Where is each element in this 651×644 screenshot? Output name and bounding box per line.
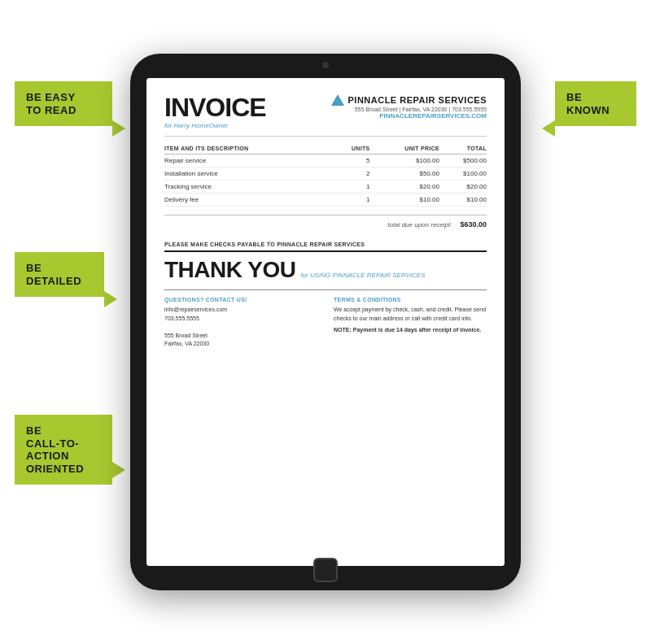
invoice-paper: INVOICE for Harry HomeOwner PINNACLE REP…: [146, 78, 505, 566]
item-unit-price: $10.00: [369, 194, 439, 207]
col-units: UNITS: [333, 143, 369, 154]
arrow-detailed: [104, 291, 117, 307]
item-units: 1: [333, 181, 369, 194]
total-label: total due upon receipt:: [387, 221, 452, 228]
contact-heading: QUESTIONS? CONTACT US!: [164, 297, 317, 302]
label-be-detailed: BEDETAILED: [15, 252, 104, 297]
tablet-camera: [322, 62, 329, 68]
invoice-title-block: INVOICE for Harry HomeOwner: [164, 94, 266, 129]
item-units: 1: [333, 194, 369, 207]
company-name: PINNACLE REPAIR SERVICES: [347, 95, 487, 105]
company-triangle-icon: [331, 94, 344, 106]
item-unit-price: $20.00: [369, 181, 439, 194]
label-be-known: BEKNOWN: [555, 81, 636, 126]
item-total: $100.00: [439, 168, 487, 181]
company-info: PINNACLE REPAIR SERVICES 555 Broad Stree…: [331, 94, 487, 120]
col-total: TOTAL: [439, 143, 487, 154]
table-row: Delivery fee 1 $10.00 $10.00: [164, 194, 487, 207]
table-header-row: ITEM AND ITS DESCRIPTION UNITS UNIT PRIC…: [164, 143, 487, 154]
terms-note: NOTE: Payment is due 14 days after recei…: [334, 326, 487, 335]
item-total: $10.00: [439, 194, 487, 207]
item-total: $20.00: [439, 181, 487, 194]
checks-line: PLEASE MAKE CHECKS PAYABLE to PINNACLE R…: [164, 242, 487, 247]
invoice-total-row: total due upon receipt: $630.00: [164, 215, 487, 228]
table-row: Repair service 5 $100.00 $500.00: [164, 154, 487, 168]
divider-3: [164, 289, 487, 290]
table-row: Tracking service 1 $20.00 $20.00: [164, 181, 487, 194]
item-name: Repair service: [164, 154, 333, 168]
invoice-header: INVOICE for Harry HomeOwner PINNACLE REP…: [164, 94, 487, 129]
terms-text: We accept payment by check, cash, and cr…: [334, 306, 487, 335]
tablet: INVOICE for Harry HomeOwner PINNACLE REP…: [130, 54, 521, 590]
label-be-cta: BECALL-TO-ACTIONORIENTED: [15, 415, 112, 485]
company-address: 555 Broad Street | Fairfax, VA 22030 | 7…: [331, 107, 487, 112]
item-unit-price: $50.00: [369, 168, 439, 181]
terms-col: TERMS & CONDITIONS We accept payment by …: [334, 297, 487, 349]
invoice-title: INVOICE: [164, 94, 266, 120]
item-units: 2: [333, 168, 369, 181]
thank-you-sub: for USING PINNACLE REPAIR SERVICES: [300, 272, 425, 279]
item-units: 5: [333, 154, 369, 168]
divider-1: [164, 136, 487, 137]
table-row: Installation service 2 $50.00 $100.00: [164, 168, 487, 181]
contact-col: QUESTIONS? CONTACT US! info@repairservic…: [164, 297, 317, 349]
total-amount: $630.00: [460, 220, 487, 228]
arrow-easy: [112, 120, 125, 137]
label-be-easy: BE EASYTO READ: [15, 81, 112, 126]
tablet-home-button[interactable]: [313, 558, 338, 582]
footer-grid: QUESTIONS? CONTACT US! info@repairservic…: [164, 297, 487, 349]
thank-you-row: THANK YOU for USING PINNACLE REPAIR SERV…: [164, 257, 487, 283]
col-unit-price: UNIT PRICE: [369, 143, 439, 154]
scene: BE EASYTO READ BEDETAILED BECALL-TO-ACTI…: [0, 0, 651, 644]
company-name-row: PINNACLE REPAIR SERVICES: [331, 94, 487, 106]
item-name: Tracking service: [164, 181, 333, 194]
item-name: Installation service: [164, 168, 333, 181]
invoice-table: ITEM AND ITS DESCRIPTION UNITS UNIT PRIC…: [164, 143, 487, 207]
tablet-screen: INVOICE for Harry HomeOwner PINNACLE REP…: [146, 78, 505, 566]
company-website: PINNACLEREPAIRSERVICES.COM: [331, 112, 487, 120]
divider-2: [164, 250, 487, 252]
item-name: Delivery fee: [164, 194, 333, 207]
thank-you-text: THANK YOU: [164, 257, 295, 283]
arrow-known: [542, 120, 555, 137]
item-total: $500.00: [439, 154, 487, 168]
invoice-subtitle: for Harry HomeOwner: [164, 122, 266, 129]
arrow-cta: [112, 462, 125, 478]
contact-text: info@repairservices.com703.555.5555555 B…: [164, 306, 317, 349]
col-item: ITEM AND ITS DESCRIPTION: [164, 143, 333, 154]
terms-heading: TERMS & CONDITIONS: [334, 297, 487, 302]
item-unit-price: $100.00: [369, 154, 439, 168]
